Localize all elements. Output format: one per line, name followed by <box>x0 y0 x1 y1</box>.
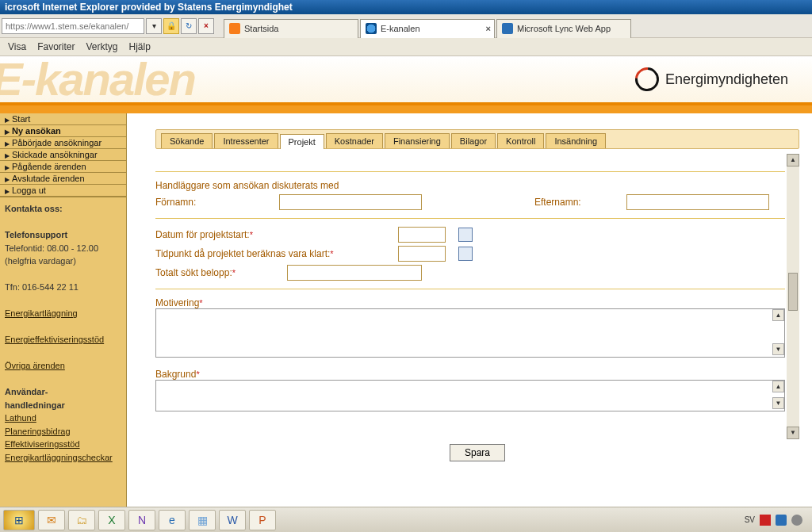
link-ovriga-arenden[interactable]: Övriga ärenden <box>5 361 65 370</box>
browser-tab-ekanalen[interactable]: E-kanalen × <box>360 19 495 38</box>
menu-hjalp[interactable]: Hjälp <box>129 41 151 52</box>
browser-tab-startsida[interactable]: Startsida <box>224 19 358 38</box>
link-energikartlaggning[interactable]: Energikartläggning <box>5 308 78 318</box>
calendar-icon[interactable] <box>458 228 473 242</box>
calendar-icon[interactable] <box>458 247 473 261</box>
menu-verktyg[interactable]: Verktyg <box>86 41 117 52</box>
task-outlook-icon[interactable]: ✉ <box>38 510 65 530</box>
sidebar-item-label: Ny ansökan <box>12 126 61 136</box>
guides-heading-1: Användar- <box>5 385 121 399</box>
phone-number: Tfn: 016-544 22 11 <box>5 282 79 292</box>
tray-flag-icon[interactable] <box>760 515 771 526</box>
sidebar: Start Ny ansökan Påbörjade ansökningar S… <box>0 113 127 526</box>
sidebar-item-pagaende[interactable]: Pågående ärenden <box>0 161 126 173</box>
datum-klart-label: Tidpunkt då projektet beräknas vara klar… <box>155 248 330 259</box>
task-onenote-icon[interactable]: N <box>128 510 155 530</box>
tray-lang[interactable]: SV <box>745 515 755 524</box>
sidebar-item-logga-ut[interactable]: Logga ut <box>0 185 126 197</box>
panel-scrollbar[interactable]: ▲ ▼ <box>787 154 799 439</box>
scroll-up-button[interactable]: ▲ <box>787 154 799 166</box>
link-energieffektiviseringsstod[interactable]: Energieffektiviseringsstöd <box>5 335 104 344</box>
sidebar-item-label: Skickade ansökningar <box>12 150 98 159</box>
sidebar-item-label: Avslutade ärenden <box>12 174 85 183</box>
lync-favicon-icon <box>502 23 513 34</box>
history-dropdown-button[interactable]: ▾ <box>146 18 162 34</box>
lock-icon[interactable]: 🔒 <box>163 18 179 34</box>
totalt-input[interactable] <box>287 265 422 281</box>
menu-favoriter[interactable]: Favoriter <box>37 41 75 52</box>
datum-klart-input[interactable] <box>398 246 446 262</box>
sidebar-item-label: Pågående ärenden <box>12 162 86 171</box>
sidebar-item-label: Logga ut <box>12 186 46 195</box>
form-panel: ▲ ▼ Handläggare som ansökan diskuterats … <box>155 154 799 439</box>
link-planeringsbidrag[interactable]: Planeringsbidrag <box>5 427 71 436</box>
menu-visa[interactable]: Visa <box>8 41 26 52</box>
scroll-thumb[interactable] <box>788 273 798 311</box>
sidebar-item-avslutade[interactable]: Avslutade ärenden <box>0 173 126 185</box>
orange-divider <box>0 105 812 113</box>
link-lathund[interactable]: Lathund <box>5 413 36 423</box>
motivering-textarea[interactable] <box>155 308 785 358</box>
task-explorer-icon[interactable]: 🗂 <box>68 510 95 530</box>
browser-tab-label: Startsida <box>244 24 278 33</box>
textarea-scroll-down-icon[interactable]: ▼ <box>772 343 784 355</box>
start-button[interactable]: ⊞ <box>3 510 35 530</box>
task-ie-icon[interactable]: e <box>159 510 186 530</box>
link-effektiviseringsstod[interactable]: Effektiviseringsstöd <box>5 439 80 449</box>
taskbar: ⊞ ✉ 🗂 X N e ▦ W P SV <box>0 507 812 532</box>
bakgrund-label: Bakgrund <box>155 369 196 380</box>
phone-hours: Telefontid: 08.00 - 12.00 <box>5 243 98 253</box>
task-word-icon[interactable]: W <box>219 510 246 530</box>
sidebar-item-paborjade[interactable]: Påbörjade ansökningar <box>0 137 126 149</box>
sidebar-item-ny-ansokan[interactable]: Ny ansökan <box>0 125 126 137</box>
sidebar-item-skickade[interactable]: Skickade ansökningar <box>0 149 126 161</box>
sidebar-nav: Start Ny ansökan Påbörjade ansökningar S… <box>0 113 126 197</box>
stop-button[interactable]: × <box>198 18 214 34</box>
browser-tab-strip: Startsida E-kanalen × Microsoft Lync Web… <box>224 14 631 38</box>
task-unknown-icon[interactable]: ▦ <box>189 510 216 530</box>
address-bar[interactable] <box>2 18 144 34</box>
spara-button[interactable]: Spara <box>450 444 505 461</box>
totalt-label: Totalt sökt belopp: <box>155 267 232 278</box>
browser-tab-lync[interactable]: Microsoft Lync Web App <box>496 19 631 38</box>
startsida-favicon-icon <box>229 23 240 34</box>
efternamn-input[interactable] <box>626 194 769 210</box>
menubar: Visa Favoriter Verktyg Hjälp <box>0 38 812 56</box>
tray-shield-icon[interactable] <box>776 515 787 526</box>
tab-insandning[interactable]: Insändning <box>546 133 606 148</box>
tab-kontroll[interactable]: Kontroll <box>497 133 544 148</box>
tab-kostnader[interactable]: Kostnader <box>326 133 383 148</box>
datum-start-label: Datum för projektstart: <box>155 229 250 240</box>
sidebar-item-label: Påbörjade ansökningar <box>12 138 102 147</box>
tab-bilagor[interactable]: Bilagor <box>451 133 496 148</box>
close-tab-icon[interactable]: × <box>486 24 491 33</box>
window-title: icrosoft Internet Explorer provided by S… <box>5 2 293 13</box>
tray-speaker-icon[interactable] <box>791 515 802 526</box>
textarea-scroll-up-icon[interactable]: ▲ <box>772 309 784 321</box>
task-powerpoint-icon[interactable]: P <box>249 510 276 530</box>
logo-swirl-icon <box>630 63 664 96</box>
sidebar-item-label: Start <box>12 114 30 124</box>
sidebar-item-start[interactable]: Start <box>0 113 126 125</box>
page-banner: E-kanalen Energimyndigheten <box>0 56 812 105</box>
section1-title: Handläggare som ansökan diskuterats med <box>155 180 785 191</box>
tab-intressenter[interactable]: Intressenter <box>214 133 278 148</box>
browser-tab-label: E-kanalen <box>381 24 420 33</box>
textarea-scroll-up-icon[interactable]: ▲ <box>772 381 784 392</box>
bakgrund-textarea[interactable] <box>155 380 785 411</box>
sidebar-contact: Kontakta oss: Telefonsupport Telefontid:… <box>0 197 126 472</box>
refresh-button[interactable]: ↻ <box>181 18 197 34</box>
scroll-down-button[interactable]: ▼ <box>787 427 799 439</box>
task-excel-icon[interactable]: X <box>98 510 125 530</box>
tab-sokande[interactable]: Sökande <box>161 133 213 148</box>
motivering-label: Motivering <box>155 297 199 308</box>
fornamn-label: Förnamn: <box>155 197 274 208</box>
fornamn-input[interactable] <box>279 194 422 210</box>
textarea-scroll-down-icon[interactable]: ▼ <box>772 397 784 409</box>
browser-toolbar: ▾ 🔒 ↻ × Startsida E-kanalen × Microsoft … <box>0 14 812 38</box>
phone-heading: Telefonsupport <box>5 228 121 242</box>
datum-start-input[interactable] <box>398 227 446 243</box>
link-energikartlaggningscheckar[interactable]: Energikartläggningscheckar <box>5 453 113 462</box>
tab-finansiering[interactable]: Finansiering <box>385 133 450 148</box>
tab-projekt[interactable]: Projekt <box>280 134 324 149</box>
